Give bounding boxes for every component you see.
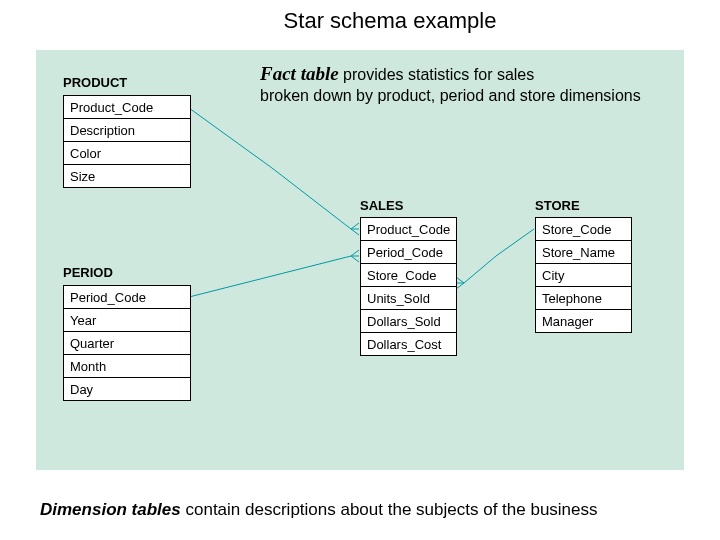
fact-table-callout: Fact table provides statistics for sales… <box>260 62 655 106</box>
table-row: Manager <box>536 309 631 332</box>
table-row: Store_Code <box>536 218 631 240</box>
table-row: Color <box>64 141 190 164</box>
table-header-sales: SALES <box>360 198 403 213</box>
table-row: Store_Name <box>536 240 631 263</box>
table-row: Period_Code <box>64 286 190 308</box>
callout-line2: broken down by product, period and store… <box>260 87 641 104</box>
table-row: Product_Code <box>361 218 456 240</box>
table-row: Quarter <box>64 331 190 354</box>
footer-rest: contain descriptions about the subjects … <box>181 500 598 519</box>
table-header-store: STORE <box>535 198 580 213</box>
table-row: Units_Sold <box>361 286 456 309</box>
callout-line1: provides statistics for sales <box>339 66 535 83</box>
table-header-product: PRODUCT <box>63 75 127 90</box>
table-row: Size <box>64 164 190 187</box>
dimension-tables-label: Dimension tables <box>40 500 181 519</box>
page-title: Star schema example <box>0 8 720 34</box>
table-row: Dollars_Cost <box>361 332 456 355</box>
table-store: Store_Code Store_Name City Telephone Man… <box>535 217 632 333</box>
table-row: Year <box>64 308 190 331</box>
table-header-period: PERIOD <box>63 265 113 280</box>
table-row: Period_Code <box>361 240 456 263</box>
fact-table-label: Fact table <box>260 63 339 84</box>
table-row: Day <box>64 377 190 400</box>
table-row: Description <box>64 118 190 141</box>
table-period: Period_Code Year Quarter Month Day <box>63 285 191 401</box>
table-sales: Product_Code Period_Code Store_Code Unit… <box>360 217 457 356</box>
table-row: Product_Code <box>64 96 190 118</box>
table-row: City <box>536 263 631 286</box>
table-row: Telephone <box>536 286 631 309</box>
table-row: Store_Code <box>361 263 456 286</box>
table-product: Product_Code Description Color Size <box>63 95 191 188</box>
table-row: Month <box>64 354 190 377</box>
dimension-tables-footer: Dimension tables contain descriptions ab… <box>40 500 598 520</box>
table-row: Dollars_Sold <box>361 309 456 332</box>
